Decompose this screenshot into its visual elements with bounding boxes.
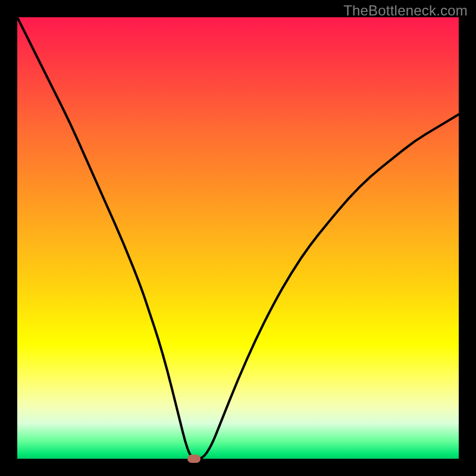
watermark-text: TheBottleneck.com [343, 2, 468, 19]
chart-frame: TheBottleneck.com [0, 0, 476, 476]
curve-svg [17, 17, 459, 459]
bottleneck-curve-path [17, 17, 459, 459]
minimum-marker [187, 455, 201, 463]
